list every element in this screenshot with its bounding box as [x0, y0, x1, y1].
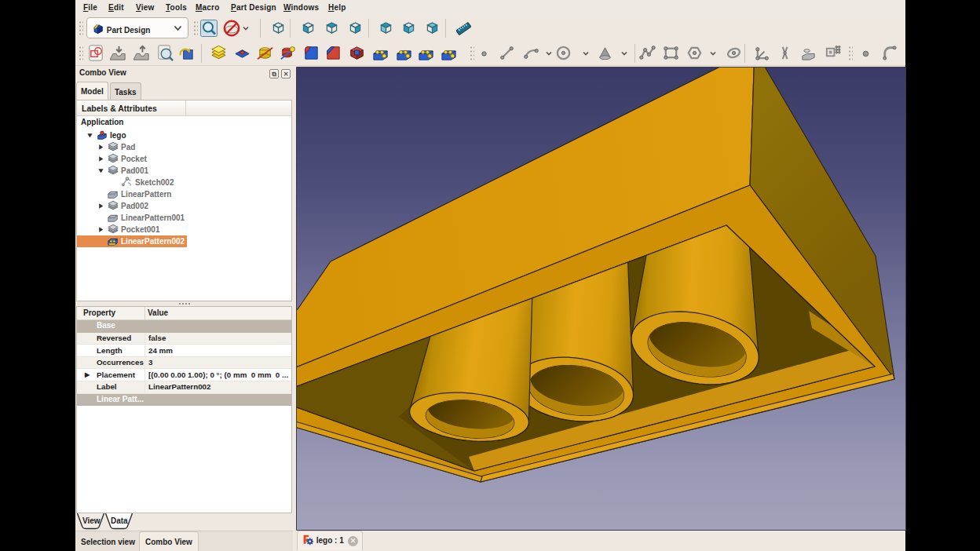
svg-text:View: View: [82, 516, 101, 525]
svg-text:Data: Data: [111, 516, 128, 525]
